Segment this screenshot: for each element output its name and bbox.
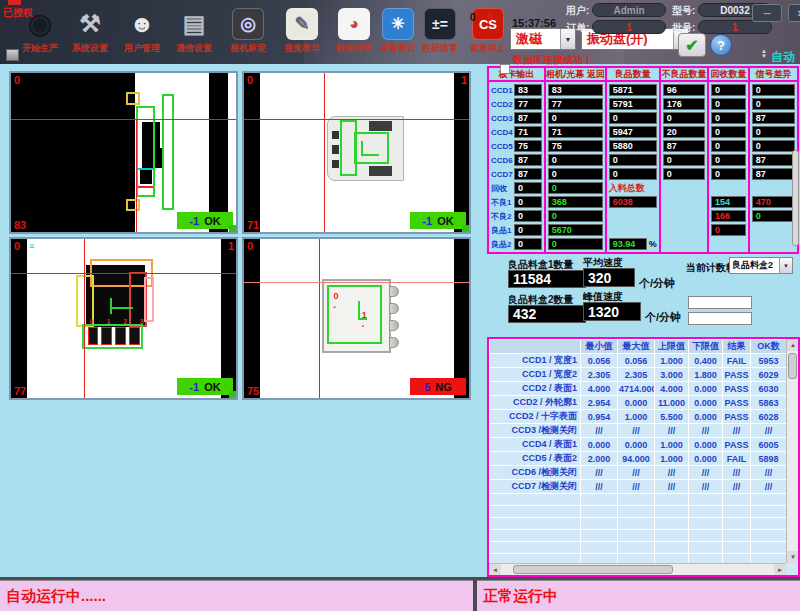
- vision-teaching-button[interactable]: ✎视觉教导: [276, 8, 328, 55]
- empty-cell: [581, 494, 618, 506]
- empty-row: [490, 542, 787, 554]
- h-scrollbar[interactable]: ◄ ►: [489, 563, 786, 575]
- server-icon: ▤: [178, 8, 210, 40]
- table-row: 75: [548, 139, 603, 153]
- image-region: [228, 73, 236, 232]
- scroll-thumb[interactable]: [513, 565, 673, 574]
- value-box: 5880: [609, 140, 657, 152]
- column-header: 结果: [723, 340, 751, 354]
- value-box: 470: [752, 196, 795, 208]
- crosshair-h: [11, 119, 236, 120]
- window-icon: [8, 0, 21, 5]
- value-box: 87: [752, 168, 795, 180]
- start-production-button[interactable]: ◉开始生产: [14, 8, 66, 55]
- value-box: 0: [663, 168, 705, 180]
- row-label: CCD5 / 表面2: [490, 452, 581, 466]
- user-label: 用户:: [566, 4, 589, 18]
- empty-row: [490, 506, 787, 518]
- pin: [389, 286, 399, 297]
- yield-unit: %: [649, 239, 657, 249]
- current-bin-dropdown[interactable]: 良品料盒2 ▼: [729, 257, 793, 274]
- value-box: 0: [514, 196, 542, 208]
- empty-cell: [723, 518, 751, 530]
- spare-field-2[interactable]: [688, 312, 752, 325]
- table-row: 5947: [609, 125, 657, 139]
- empty-cell: [751, 518, 787, 530]
- cell-value: ///: [618, 466, 655, 480]
- image-edge: [244, 239, 260, 398]
- column-body: 961760208700: [661, 82, 707, 252]
- table-row: 5871: [609, 83, 657, 97]
- order-value-field[interactable]: 1: [592, 20, 666, 34]
- value-box: 87: [752, 154, 795, 166]
- cell-value: 0.000: [618, 438, 655, 452]
- cell-value: PASS: [723, 410, 751, 424]
- empty-cell: [723, 506, 751, 518]
- table-row: CCD687: [491, 153, 542, 167]
- excitation-dropdown-value: 激磁: [511, 29, 560, 49]
- cell-value: 4.000: [581, 382, 618, 396]
- cell-value: 1.000: [655, 354, 689, 368]
- cell-value: 1.000: [618, 410, 655, 424]
- empty-cell: [490, 518, 581, 530]
- table-row: 0: [548, 153, 603, 167]
- empty-cell: [751, 542, 787, 554]
- system-settings-button[interactable]: ⚒系统设置: [64, 8, 116, 55]
- auto-spinner[interactable]: ▲▼: [761, 49, 767, 60]
- scroll-left-icon[interactable]: ◄: [489, 564, 501, 576]
- comm-settings-label: 通信设置: [168, 42, 220, 55]
- user-value-field[interactable]: Admin: [592, 3, 666, 17]
- alarm-bird-icon: ✳: [382, 8, 414, 40]
- cell-value: 0.056: [618, 354, 655, 368]
- table-row: 5880: [609, 139, 657, 153]
- table-row: CCD277: [491, 97, 542, 111]
- lead-indices: 0123: [90, 318, 144, 325]
- pencil-map-icon: ✎: [286, 8, 318, 40]
- empty-cell: [581, 518, 618, 530]
- cell-value: ///: [723, 466, 751, 480]
- scroll-down-icon[interactable]: ▼: [787, 551, 799, 563]
- contour-green: [354, 132, 390, 164]
- help-button[interactable]: ?: [710, 34, 732, 56]
- v-scrollbar[interactable]: ▲ ▼: [786, 339, 798, 563]
- minimize-button[interactable]: ─: [752, 4, 782, 22]
- scroll-thumb[interactable]: [788, 353, 797, 379]
- close-button[interactable]: ✕: [788, 4, 800, 22]
- table-row: CCD5 / 表面22.00094.0001.0000.000FAIL5898: [490, 452, 787, 466]
- batch-value-field[interactable]: 1: [698, 20, 772, 34]
- empty-cell: [618, 494, 655, 506]
- table-row: 0: [663, 167, 705, 181]
- user-management-button[interactable]: ☻用户管理: [116, 8, 168, 55]
- chevron-down-icon[interactable]: ▼: [779, 258, 792, 273]
- camera-calibration-button[interactable]: ◎相机标定: [222, 8, 274, 55]
- cam4-result-badge: 5 NG: [410, 378, 466, 395]
- column-header: 最大值: [618, 340, 655, 354]
- table-row: 不良20: [491, 209, 542, 223]
- table-row: CCD787: [491, 167, 542, 181]
- image-edge: [454, 239, 469, 398]
- value-box: 77: [514, 98, 542, 110]
- empty-cell: [618, 506, 655, 518]
- table-row: 20: [663, 125, 705, 139]
- comm-settings-button[interactable]: ▤通信设置: [168, 8, 220, 55]
- counts-column: 相机/光幕 返回837707175000368056700: [546, 68, 607, 252]
- table-row: 回收0: [491, 181, 542, 195]
- counts-column: 回收数量00000001541660: [709, 68, 750, 252]
- data-clear-button[interactable]: ±=数据清零: [414, 8, 466, 55]
- cam1-count-tl: 0: [14, 74, 20, 86]
- empty-cell: [581, 554, 618, 564]
- counts-scrollbar[interactable]: [792, 150, 799, 246]
- scroll-right-icon[interactable]: ►: [774, 564, 786, 576]
- spare-field-1[interactable]: [688, 296, 752, 309]
- counter-red: 0: [487, 12, 493, 23]
- value-box: 0: [514, 182, 542, 194]
- scroll-up-icon[interactable]: ▲: [787, 339, 799, 351]
- confirm-button[interactable]: ✔: [678, 33, 706, 57]
- table1-checkbox[interactable]: [500, 64, 510, 74]
- peak-speed-unit: 个/分钟: [645, 310, 681, 325]
- column-header: 信号差异: [750, 68, 797, 82]
- value-box: 71: [514, 126, 542, 138]
- value-box: 83: [514, 84, 542, 96]
- camera-view-1: 0 83 -1 OK: [9, 71, 238, 234]
- table-row: [609, 223, 657, 237]
